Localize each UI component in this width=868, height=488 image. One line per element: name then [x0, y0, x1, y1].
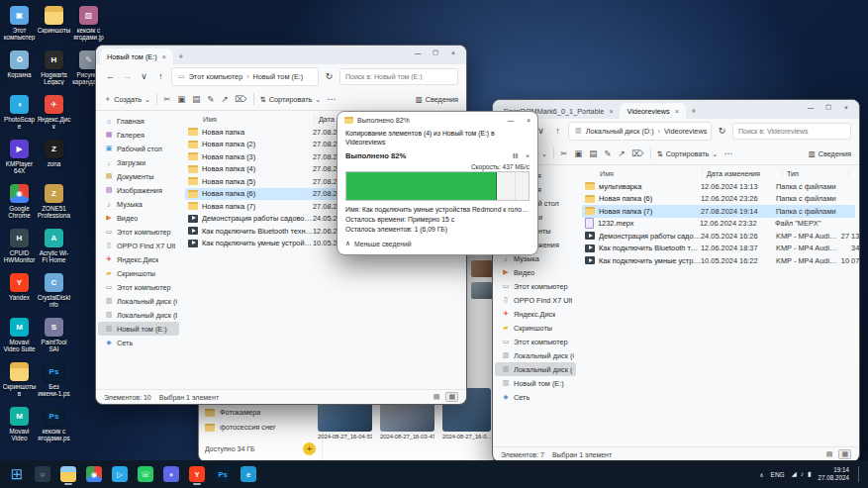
sidebar-item[interactable]: ▣ Рабочий стол	[96, 142, 181, 155]
wifi-icon[interactable]: ◢	[792, 470, 797, 478]
whatsapp[interactable]: ☏	[135, 463, 156, 485]
desktop-icon[interactable]: ◉ Google Chrome	[2, 182, 37, 227]
sidebar-item[interactable]: ▤ Документы	[96, 169, 181, 183]
cancel-button[interactable]: ×	[526, 152, 530, 159]
breadcrumb-root[interactable]: Локальный диск (D:)	[586, 127, 654, 136]
less-details-button[interactable]: ∧ Меньше сведений	[345, 240, 530, 247]
sidebar-item[interactable]: ▥ Локальный диск (D:)	[96, 308, 181, 322]
desktop-icon[interactable]: Скриншоты	[37, 4, 71, 49]
search-input[interactable]	[732, 123, 851, 140]
tab-close-icon[interactable]	[675, 107, 679, 116]
clock[interactable]: 19:14 27.08.2024	[818, 466, 849, 482]
Как подключить умные устройства Redmond[interactable]: Как подключить умные устройства Redmond …	[582, 254, 855, 267]
tab[interactable]: Videoreviews	[620, 103, 685, 119]
desktop-icon[interactable]: Y Yandex	[2, 271, 37, 316]
desktop-icon[interactable]: S PaintTool SAI	[37, 316, 71, 360]
sidebar-item[interactable]: ▰ Скриншоты	[96, 266, 181, 280]
minimize-button[interactable]: —	[508, 117, 515, 124]
refresh-button[interactable]: ↻	[716, 126, 728, 136]
sidebar-item[interactable]: ◈ Сеть	[493, 390, 578, 404]
breadcrumb[interactable]: ▭ Этот компьютер › Новый том (E:)	[171, 67, 319, 86]
desktop-icon[interactable]: M Movavi Video Editor	[2, 405, 37, 449]
close-button[interactable]: ×	[837, 100, 855, 114]
sidebar-item[interactable]: ▥ Новый том (E:)	[98, 322, 179, 336]
close-button[interactable]: ×	[527, 117, 530, 124]
desktop-icon[interactable]: H Hogwarts Legacy	[37, 49, 71, 93]
sidebar-item[interactable]: ▭ Этот компьютер	[493, 335, 578, 348]
minimize-button[interactable]: —	[802, 100, 820, 114]
sidebar-item[interactable]: ▭ Этот компьютер	[493, 279, 578, 293]
discord[interactable]: ●	[160, 463, 182, 485]
rename-icon[interactable]: ✎	[207, 94, 214, 104]
up-button[interactable]: ↑	[154, 71, 167, 81]
sort-button[interactable]: ⇅ Сортировать ⌄	[657, 149, 719, 158]
start-button[interactable]: ⊞	[6, 463, 28, 485]
sidebar-item[interactable]: ◈ Сеть	[96, 336, 181, 349]
desktop-icon[interactable]: ◑ PhotoScape	[2, 93, 37, 138]
sidebar-item[interactable]: ▭ Этот компьютер	[96, 225, 181, 239]
delete-icon[interactable]: ⌦	[236, 94, 247, 104]
pause-button[interactable]: ‖‖	[513, 152, 518, 159]
paste-icon[interactable]: ▤	[192, 94, 200, 104]
breadcrumb-current[interactable]: Новый том (E:)	[253, 72, 304, 81]
sidebar-item[interactable]: ▯ OPPO Find X7 Ult	[493, 293, 578, 307]
share-icon[interactable]: ↗	[221, 94, 228, 104]
sidebar-item[interactable]: ▦ Галерея	[96, 128, 181, 142]
breadcrumb-root[interactable]: Этот компьютер	[189, 72, 243, 81]
sidebar-item[interactable]: ▥ Локальный диск (C:)	[96, 294, 181, 308]
maximize-button[interactable]: ▢	[820, 100, 837, 114]
sidebar-item[interactable]: ▥ Локальный диск (C:)	[493, 348, 578, 362]
sidebar-item[interactable]: ↓ Загрузки	[96, 155, 181, 169]
column-header-type[interactable]: Тип	[783, 169, 849, 178]
desktop-icon[interactable]: A Acrylic Wi-Fi Home	[37, 227, 71, 271]
more-options-button[interactable]: ⋯	[723, 148, 732, 158]
desktop-icon[interactable]: Z ZONE51 Professional	[37, 182, 71, 227]
sidebar-item[interactable]: ⌂ Главная	[96, 114, 181, 128]
sidebar-item[interactable]: ▥ Локальный диск (D:)	[495, 362, 576, 376]
desktop-icon[interactable]: ♻ Корзина	[2, 49, 37, 93]
yandex-folder-item[interactable]: фотосессия снег	[205, 420, 316, 435]
more-options-button[interactable]: ⋯	[327, 94, 336, 104]
cut-icon[interactable]: ✂	[560, 148, 567, 158]
details-pane-button[interactable]: ▥ Сведения	[416, 95, 458, 104]
search-button[interactable]: ○	[32, 463, 53, 485]
volume-icon[interactable]: ♪	[801, 470, 804, 478]
yandex-browser[interactable]: Y	[186, 463, 208, 485]
minimize-button[interactable]: —	[409, 46, 427, 59]
new-tab-button[interactable]: ＋	[690, 105, 698, 116]
rename-icon[interactable]: ✎	[604, 148, 611, 158]
close-button[interactable]: ×	[444, 46, 462, 59]
tab-close-icon[interactable]	[162, 52, 166, 61]
delete-icon[interactable]: ⌦	[632, 148, 644, 158]
maximize-button[interactable]: ▢	[427, 46, 444, 59]
desktop-icon[interactable]: ✈ Яндекс.Диск	[37, 93, 71, 138]
refresh-button[interactable]: ↻	[323, 71, 336, 81]
sidebar-item[interactable]: ▯ OPPO Find X7 Ult	[96, 239, 181, 252]
sidebar-item[interactable]: ♪ Музыка	[96, 197, 181, 211]
new-tab-button[interactable]: ＋	[177, 50, 185, 61]
list-view-button[interactable]: ▤	[431, 392, 443, 402]
forward-button[interactable]: →	[121, 71, 134, 81]
new-button[interactable]: ＋ Создать ⌄	[104, 94, 150, 104]
edge[interactable]: e	[238, 463, 259, 485]
column-header-name[interactable]: Имя	[582, 169, 703, 178]
tab-close-icon[interactable]	[609, 107, 613, 116]
google-chrome[interactable]: ◉	[83, 463, 105, 485]
telegram[interactable]: ▷	[109, 463, 131, 485]
desktop-icon[interactable]: C CrystalDiskInfo	[37, 271, 71, 316]
sidebar-item[interactable]: ▭ Этот компьютер	[96, 280, 181, 294]
add-files-button[interactable]: ＋	[303, 442, 316, 455]
sidebar-item[interactable]: ▶ Видео	[493, 265, 578, 279]
desktop-icon[interactable]: Z zona	[37, 138, 71, 182]
language-indicator[interactable]: ENG	[771, 471, 785, 478]
column-header-date[interactable]: Дата изменения	[703, 169, 783, 178]
sidebar-item[interactable]: ✈ Яндекс.Диск	[493, 307, 578, 321]
мультиварка[interactable]: мультиварка 12.06.2024 13:13 Папка с фай…	[582, 180, 855, 193]
Демонстрация работы садового измельчителя[interactable]: Демонстрация работы садового измельчител…	[582, 230, 855, 243]
sidebar-item[interactable]: ▶ Видео	[96, 211, 181, 225]
photo-thumbnail[interactable]	[471, 260, 493, 277]
recent-locations-button[interactable]: ∨	[138, 71, 150, 81]
desktop-icon[interactable]: ▣ Этот компьютер	[2, 4, 37, 49]
battery-icon[interactable]: ▮	[808, 470, 812, 478]
desktop-icon[interactable]: Ps кексик с ягодами.psd	[37, 405, 71, 449]
